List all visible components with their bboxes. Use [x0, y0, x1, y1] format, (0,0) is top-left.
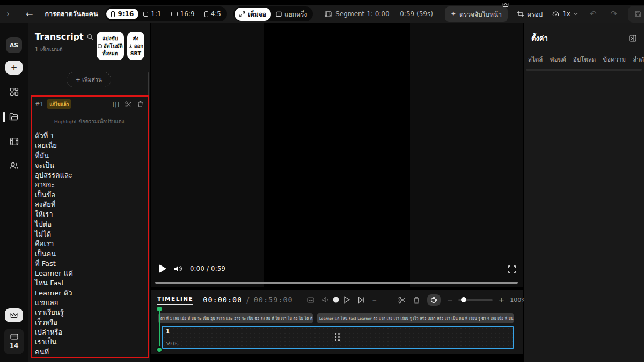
transcript-word[interactable]: เป็นคน	[35, 249, 143, 259]
zoom-slider[interactable]	[458, 299, 493, 301]
zoom-in-button[interactable]: +	[498, 295, 504, 304]
play-icon[interactable]	[159, 264, 166, 273]
settings-tab[interactable]: ฟ่อนต์	[550, 55, 566, 64]
aspect-1-1-button[interactable]: 1:1	[138, 9, 166, 19]
timeline-panel: TIMELINE 00:00:00 / 00:59:00	[151, 290, 523, 354]
split-view-button[interactable]: แยกครึ่ง	[271, 8, 312, 21]
volume-icon[interactable]	[174, 265, 182, 272]
user-avatar[interactable]: AS	[6, 37, 22, 53]
playhead-top-handle[interactable]	[157, 307, 162, 311]
sparkles-icon: ✦	[451, 10, 456, 18]
skip-end-icon[interactable]	[358, 297, 365, 304]
aspect-4-5-button[interactable]: 4:5	[200, 9, 226, 19]
word-chip-strip[interactable]: ตัว ที่ 1 เลย เนี่ย ที่ มัน จะ เป็น อุป …	[158, 313, 313, 323]
expand-sidebar-icon[interactable]: ›	[6, 9, 10, 19]
settings-tab[interactable]: ลำดับชั้น	[633, 55, 644, 64]
transcript-word[interactable]: เราเรียนรู้	[35, 308, 143, 317]
sidebar-item-projects[interactable]	[0, 109, 28, 124]
transcript-word[interactable]: ตัวที่ 1	[35, 131, 143, 141]
transcript-word[interactable]: Learner ตัว	[35, 289, 143, 298]
transcript-word[interactable]: ไม่ได้	[35, 230, 143, 239]
settings-tab[interactable]: อัปโหลด	[573, 55, 596, 64]
timeline-scissors-icon[interactable]	[398, 297, 406, 304]
top-toolbar: › ← การตลาดวันละคน 9:16 1:1 16:9 4:5	[0, 5, 644, 23]
segment-number: #1	[35, 101, 43, 108]
add-section-button[interactable]: + เพิ่มส่วน	[67, 72, 111, 87]
highlight-hint: Highlight ข้อความเพื่อปรับแต่ง	[35, 117, 143, 125]
word-chip-strip[interactable]: Learner แค่ ไหน Fast Learner ตัว แรก เลย…	[317, 313, 514, 323]
transcript-word[interactable]: ไหน Fast	[35, 278, 143, 288]
playhead-bottom-handle[interactable]	[156, 346, 163, 353]
settings-title: ตั้งค่า	[531, 33, 629, 44]
timeline-toolbar: TIMELINE 00:00:00 / 00:59:00	[151, 290, 523, 310]
save-button[interactable]: บันทึก	[628, 6, 644, 23]
transcript-word[interactable]: ที่ Fast	[35, 259, 143, 269]
transcript-word[interactable]: แรกเลย	[35, 298, 143, 308]
settings-tab[interactable]: สไตล์	[528, 55, 543, 64]
timeline-track-area: ตัว ที่ 1 เลย เนี่ย ที่ มัน จะ เป็น อุป …	[151, 310, 523, 354]
back-button[interactable]: ←	[26, 9, 33, 19]
timeline-tab[interactable]: TIMELINE	[157, 295, 193, 305]
sidebar-item-team[interactable]	[0, 159, 28, 173]
face-detect-button[interactable]: ✦ ตรวจจับใบหน้า	[445, 6, 508, 22]
transcript-word[interactable]: Learner แค่	[35, 269, 143, 278]
seek-bar[interactable]	[155, 282, 518, 284]
segment-actions: [|]	[113, 101, 143, 108]
transcript-word[interactable]: อุปสรรคและ	[35, 171, 143, 180]
transcript-word[interactable]: เราเป็น	[35, 337, 143, 347]
playback-speed-dropdown[interactable]: 1x	[552, 10, 578, 18]
sidebar-item-media[interactable]	[0, 134, 28, 149]
credits-button[interactable]: 14	[4, 329, 24, 354]
transcript-word[interactable]: จะเป็น	[35, 161, 143, 171]
undo-button[interactable]: ↶	[590, 9, 597, 19]
settings-tab[interactable]: ข้อความ	[603, 55, 626, 64]
expand-arrows-icon	[239, 11, 245, 17]
transcript-word[interactable]: ไปต่อ	[35, 220, 143, 230]
transcript-word[interactable]: เปล่าหรือ	[35, 328, 143, 337]
auto-split-line1: แบ่งขับ	[98, 35, 123, 42]
play-outline-icon[interactable]	[343, 296, 350, 304]
zoom-knob[interactable]	[461, 297, 466, 302]
fullscreen-view-button[interactable]: เต็มจอ	[235, 8, 271, 21]
aspect-9-16-button[interactable]: 9:16	[106, 9, 138, 19]
transcript-scrollbar[interactable]	[148, 72, 149, 164]
crop-button[interactable]: ครอป	[517, 9, 543, 19]
transcript-word[interactable]: เป็นข้อ	[35, 190, 143, 200]
aspect-16-9-button[interactable]: 16:9	[166, 9, 200, 19]
zoom-out-button[interactable]: −	[447, 295, 453, 304]
scissors-icon[interactable]	[125, 101, 131, 107]
timeline-trash-icon[interactable]	[413, 297, 420, 304]
transcript-word[interactable]: สงสัยที่	[35, 200, 143, 210]
trash-icon[interactable]	[137, 101, 143, 107]
search-icon[interactable]	[87, 34, 93, 40]
transcript-word[interactable]: ที่มัน	[35, 151, 143, 161]
fullscreen-icon[interactable]	[508, 265, 516, 273]
collapse-panel-icon[interactable]	[629, 35, 636, 42]
transcript-word[interactable]: คือเรา	[35, 239, 143, 249]
volume-knob[interactable]	[333, 297, 339, 303]
new-project-button[interactable]: +	[5, 61, 23, 75]
transcript-word[interactable]: อาจจะ	[35, 180, 143, 190]
select-text-icon[interactable]: [|]	[113, 101, 119, 108]
captions-icon[interactable]	[307, 297, 314, 303]
playhead[interactable]	[159, 308, 160, 350]
export-line3: SRT	[128, 50, 143, 57]
auto-split-all-button[interactable]: แบ่งขับ อัตโนมัติ ทั้งหมด	[97, 32, 124, 60]
redo-button[interactable]: ↷	[611, 9, 618, 19]
timeline-segment-block[interactable]: 1 59.0s	[162, 326, 514, 349]
export-srt-button[interactable]: ส่ง ออก SRT	[127, 32, 144, 60]
snap-magnet-toggle[interactable]	[427, 294, 441, 306]
left-sidebar: AS + 14	[0, 23, 28, 362]
video-canvas[interactable]	[264, 23, 410, 287]
transcript-word[interactable]: เลยเนี่ย	[35, 141, 143, 151]
tabs-scrollbar[interactable]	[526, 69, 642, 71]
transcript-word[interactable]: คนที่	[35, 348, 143, 357]
drag-handle-icon[interactable]	[335, 333, 340, 342]
crown-premium-icon	[502, 2, 509, 8]
upgrade-crown-button[interactable]	[5, 308, 23, 322]
mute-icon[interactable]	[322, 297, 330, 303]
transcript-word[interactable]: ให้เรา	[35, 210, 143, 219]
transcript-word[interactable]: เร็วหรือ	[35, 318, 143, 328]
sidebar-item-dashboard[interactable]	[0, 84, 28, 100]
credit-card-icon	[10, 334, 18, 340]
